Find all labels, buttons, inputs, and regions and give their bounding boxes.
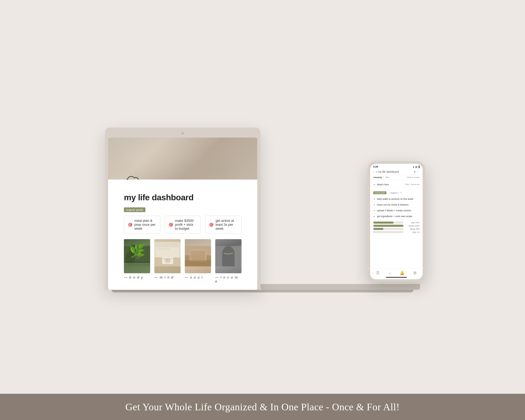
body-image: [124, 239, 150, 273]
nav-bell-icon[interactable]: 🔔: [400, 271, 404, 275]
progress-label-month: Month: 100%: [405, 225, 419, 227]
screen-body: my life dashboard august goals 🎯 meal pl…: [108, 180, 257, 290]
signal-icon: |||: [416, 166, 417, 168]
more-icon[interactable]: ···: [417, 170, 419, 173]
svg-point-1: [129, 244, 137, 257]
mind-image: [154, 239, 181, 273]
goal-card-3: 🎯 get active at least 3x per week: [205, 216, 242, 233]
progress-bar-year: [373, 222, 403, 224]
svg-point-5: [138, 250, 141, 253]
weekly-task-text-1: daily walks & workout 3x this week: [377, 198, 413, 200]
phone-screen: 5:29 ▲ ||| ▐ ‹ < my life dashboard ⬆: [370, 164, 423, 279]
goal-check-icon-3: 🎯: [209, 223, 213, 227]
category-body: — b o d y: [124, 239, 150, 283]
income-svg: [215, 239, 242, 273]
phone-nav-title: < my life dashboard: [376, 170, 412, 173]
category-soul: — s o u l: [185, 239, 211, 283]
phone-status-icons: ▲ ||| ▐: [413, 166, 419, 168]
goals-row: 🎯 meal plan & prep once per week 🎯 make …: [124, 216, 242, 233]
progress-label-year: Year: 67%: [405, 222, 419, 224]
nav-search-icon[interactable]: ⌕: [389, 271, 391, 275]
breadcrumb-separator: /: [383, 176, 384, 178]
income-image: [215, 239, 242, 273]
breadcrumb-right: meal & snack: [407, 176, 419, 178]
task-wash-face-label: Wash Face: [377, 183, 389, 186]
weekly-task-icon-2: ✦: [373, 204, 375, 206]
scene: my life dashboard august goals 🎯 meal pl…: [0, 0, 525, 420]
income-label: — i n c o m e: [215, 275, 242, 283]
weekly-task-icon-3: ✦: [373, 209, 375, 212]
progress-bar-week: [373, 228, 403, 230]
phone-home-indicator: [386, 277, 407, 278]
weekly-task-icon-4: ✦: [373, 215, 375, 218]
mind-svg: [154, 239, 181, 273]
progress-fill-week: [373, 228, 383, 230]
laptop-screen: my life dashboard august goals 🎯 meal pl…: [108, 138, 257, 290]
progress-section: Year: 67% Month: 100%: [373, 222, 419, 233]
laptop-camera-bar: [108, 131, 257, 136]
svg-rect-9: [156, 248, 179, 257]
svg-point-14: [165, 259, 171, 263]
goal-text-3: get active at least 3x per week: [216, 219, 238, 230]
soul-svg: [185, 239, 211, 273]
progress-fill-year: [373, 222, 393, 224]
cloud-logo-icon: [124, 175, 142, 180]
back-arrow-icon[interactable]: ‹: [373, 170, 374, 173]
weekly-goals-header: weekly goals – august 1 - 7: [373, 190, 419, 195]
goal-text-1: meal plan & prep once per week: [134, 219, 156, 230]
task-icon: ✦: [373, 183, 375, 186]
task-plan-label: Plan: Tomorrow: [405, 183, 419, 186]
share-icon[interactable]: ⬆: [414, 170, 416, 173]
weekly-task-text-3: upload 2 tiktoks + create content: [377, 209, 411, 212]
weekly-task-text-2: clean out my closet & drawers: [377, 203, 408, 206]
weekly-task-2: ✦ clean out my closet & drawers: [373, 202, 419, 208]
phone-nav-bar: ‹ < my life dashboard ⬆ ···: [370, 169, 423, 175]
breadcrumb-active: sleeping: [373, 176, 382, 178]
svg-rect-12: [163, 258, 172, 259]
phone-bottom-nav: ☰ ⌕ 🔔 ⊞: [370, 268, 423, 276]
svg-rect-21: [191, 251, 205, 260]
banner-text: Get Your Whole Life Organized & In One P…: [7, 401, 518, 413]
svg-rect-7: [124, 262, 150, 266]
weekly-task-icon-1: ✦: [373, 198, 375, 201]
svg-rect-22: [185, 260, 211, 266]
svg-point-4: [125, 251, 135, 266]
progress-label-week: Week: 33%: [405, 228, 419, 230]
phone-breadcrumb: sleeping / filter meal & snack: [370, 175, 423, 180]
mind-label: — m i n d: [154, 275, 181, 279]
progress-fill-day: [373, 231, 374, 233]
laptop-foot: [112, 290, 413, 292]
svg-rect-10: [158, 248, 170, 250]
nav-list-icon[interactable]: ☰: [376, 271, 380, 275]
weekly-goals-section: weekly goals – august 1 - 7 ✦ daily walk…: [373, 190, 419, 219]
progress-year: Year: 67%: [373, 222, 419, 224]
laptop-wrapper: my life dashboard august goals 🎯 meal pl…: [105, 128, 420, 290]
phone-nav-actions: ⬆ ···: [414, 170, 419, 173]
bottom-banner: Get Your Whole Life Organized & In One P…: [0, 394, 525, 420]
svg-rect-25: [222, 255, 235, 266]
nav-grid-icon[interactable]: ⊞: [413, 271, 417, 275]
weekly-task-3: ✦ upload 2 tiktoks + create content: [373, 208, 419, 214]
phone: 5:29 ▲ ||| ▐ ‹ < my life dashboard ⬆: [368, 161, 425, 282]
progress-fill-month: [373, 225, 403, 227]
battery-icon: ▐: [418, 166, 419, 168]
goal-text-2: make $3500 profit + stick to budget: [175, 219, 197, 230]
august-goals-badge: august goals: [124, 207, 145, 212]
svg-point-2: [135, 248, 141, 259]
phone-bottom-area: ☰ ⌕ 🔔 ⊞: [370, 268, 423, 278]
soul-label: — s o u l: [185, 275, 211, 279]
phone-content: ✦ Wash Face Plan: Tomorrow weekly goals …: [370, 180, 423, 236]
body-svg: [124, 239, 150, 273]
laptop-camera: [182, 132, 184, 134]
progress-month: Month: 100%: [373, 225, 419, 227]
wifi-icon: ▲: [413, 166, 415, 168]
svg-point-3: [130, 247, 135, 251]
soul-image: [185, 239, 211, 273]
laptop: my life dashboard august goals 🎯 meal pl…: [105, 128, 260, 290]
laptop-base: [260, 284, 420, 290]
category-income: — i n c o m e: [215, 239, 242, 283]
progress-bar-month: [373, 225, 403, 227]
weekly-goals-date: – august 1 - 7: [389, 192, 402, 194]
phone-status-bar: 5:29 ▲ ||| ▐: [370, 164, 423, 169]
body-label: — b o d y: [124, 275, 150, 279]
